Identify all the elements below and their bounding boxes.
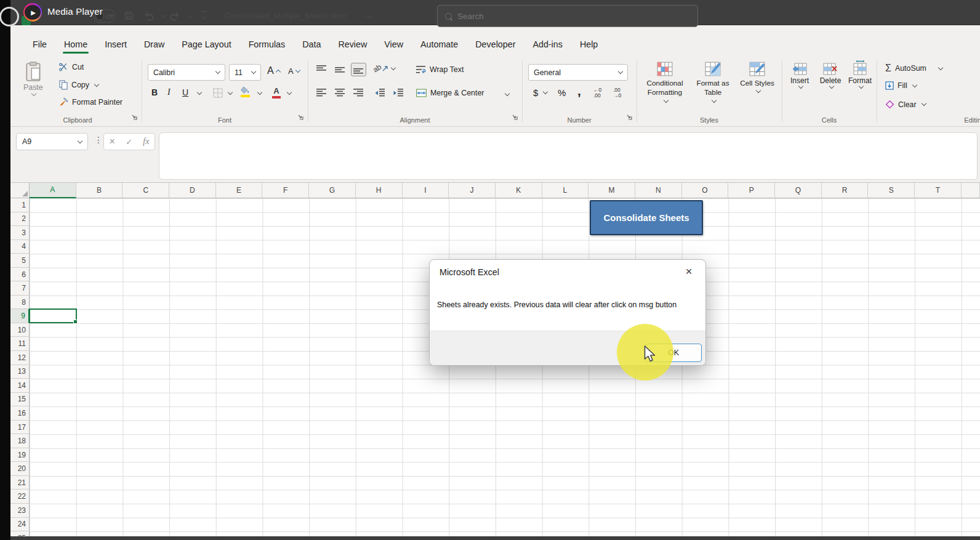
font-color-button[interactable]: A (272, 86, 281, 99)
column-header-c[interactable]: C (122, 182, 169, 198)
row-header-20[interactable]: 20 (10, 462, 30, 476)
row-header-7[interactable]: 7 (10, 281, 30, 296)
paste-button[interactable]: Paste (23, 62, 43, 95)
font-color-dropdown-icon[interactable] (287, 90, 292, 95)
orientation-button[interactable]: ab (373, 64, 395, 73)
number-dialog-launcher-icon[interactable] (626, 111, 632, 123)
redo-icon[interactable] (170, 11, 180, 23)
column-header-t[interactable]: T (915, 182, 962, 198)
document-title[interactable]: Consolidated_Multiple_Sheets.xlsm (225, 12, 347, 20)
row-header-24[interactable]: 24 (10, 518, 30, 532)
column-header-o[interactable]: O (682, 182, 729, 198)
merge-center-dropdown-icon[interactable] (505, 91, 510, 96)
active-cell-a9[interactable] (29, 308, 77, 323)
column-header-n[interactable]: N (635, 182, 682, 198)
underline-button[interactable]: U (182, 87, 188, 97)
row-header-9[interactable]: 9 (10, 309, 30, 323)
tab-page-layout[interactable]: Page Layout (173, 34, 239, 55)
align-right-button[interactable] (353, 89, 364, 97)
conditional-formatting-button[interactable]: Conditional Formatting (641, 62, 688, 102)
tab-developer[interactable]: Developer (467, 34, 524, 55)
fill-button[interactable]: Fill (885, 81, 917, 90)
autosum-button[interactable]: Σ AutoSum (885, 63, 942, 74)
tab-home[interactable]: Home (55, 34, 96, 55)
row-header-6[interactable]: 6 (10, 268, 30, 282)
clipboard-dialog-launcher-icon[interactable] (131, 111, 137, 123)
tab-formulas[interactable]: Formulas (240, 34, 294, 55)
quick-access-more-icon[interactable] (201, 11, 206, 20)
underline-dropdown-icon[interactable] (197, 90, 202, 95)
column-header-p[interactable]: P (728, 182, 775, 198)
row-header-17[interactable]: 17 (10, 421, 30, 435)
align-center-button[interactable] (335, 89, 345, 97)
column-header-q[interactable]: Q (775, 182, 822, 198)
format-painter-button[interactable]: Format Painter (59, 97, 122, 107)
top-align-button[interactable] (316, 65, 327, 74)
row-header-3[interactable]: 3 (10, 226, 30, 240)
column-header-r[interactable]: R (822, 182, 869, 198)
increase-font-size-button[interactable]: A (267, 65, 280, 76)
column-header-s[interactable]: S (868, 182, 915, 198)
row-header-16[interactable]: 16 (10, 406, 30, 421)
column-header-partial[interactable] (962, 182, 980, 198)
name-box[interactable]: A9 (16, 133, 88, 150)
dialog-close-icon[interactable]: × (681, 264, 697, 280)
row-header-22[interactable]: 22 (10, 490, 30, 504)
alignment-dialog-launcher-icon[interactable] (512, 111, 518, 123)
font-dialog-launcher-icon[interactable] (297, 111, 303, 123)
cut-button[interactable]: Cut (59, 63, 84, 71)
borders-button[interactable] (213, 88, 232, 98)
worksheet-cells[interactable] (30, 198, 980, 540)
tab-review[interactable]: Review (329, 34, 376, 55)
search-input[interactable]: Search (437, 5, 698, 27)
format-as-table-button[interactable]: Format as Table (691, 62, 735, 102)
clear-button[interactable]: Clear (885, 100, 926, 109)
tab-insert[interactable]: Insert (96, 34, 135, 55)
decrease-decimal-button[interactable]: .00→0 (613, 87, 621, 99)
format-cells-button[interactable]: Format (846, 60, 874, 88)
increase-indent-button[interactable] (393, 89, 404, 97)
document-title-dropdown-icon[interactable] (367, 14, 372, 18)
select-all-corner[interactable] (10, 182, 30, 198)
column-header-g[interactable]: G (309, 182, 356, 198)
wrap-text-button[interactable]: Wrap Text (416, 65, 464, 74)
undo-dropdown-icon[interactable] (161, 13, 166, 18)
column-header-d[interactable]: D (169, 182, 216, 198)
middle-align-button[interactable] (335, 65, 345, 74)
font-family-select[interactable]: Calibri (148, 64, 225, 81)
column-header-h[interactable]: H (356, 182, 403, 198)
align-left-button[interactable] (316, 89, 327, 97)
media-player-bottom-bar[interactable] (10, 536, 980, 540)
column-header-a[interactable]: A (30, 182, 76, 198)
column-header-f[interactable]: F (262, 182, 309, 198)
font-size-select[interactable]: 11 (229, 64, 261, 81)
row-header-11[interactable]: 11 (10, 337, 30, 351)
delete-cells-button[interactable]: Delete (816, 63, 845, 88)
number-format-select[interactable]: General (528, 64, 628, 81)
tab-add-ins[interactable]: Add-ins (524, 34, 571, 55)
row-header-2[interactable]: 2 (10, 212, 30, 227)
column-header-j[interactable]: J (449, 182, 496, 198)
column-header-m[interactable]: M (588, 182, 635, 198)
formula-bar-divider-dots-icon[interactable]: ⋮ (94, 135, 103, 145)
comma-style-button[interactable]: , (577, 84, 581, 99)
undo-icon[interactable] (143, 11, 154, 23)
column-header-l[interactable]: L (542, 182, 589, 198)
insert-function-icon[interactable]: fx (143, 137, 149, 147)
tab-view[interactable]: View (376, 34, 412, 55)
row-header-8[interactable]: 8 (10, 296, 30, 310)
formula-input[interactable] (159, 132, 978, 180)
row-header-23[interactable]: 23 (10, 504, 30, 518)
row-header-5[interactable]: 5 (10, 254, 30, 268)
tab-draw[interactable]: Draw (135, 34, 173, 55)
tab-help[interactable]: Help (571, 34, 606, 55)
merge-center-button[interactable]: Merge & Center (416, 89, 484, 97)
insert-cells-button[interactable]: Insert (785, 63, 814, 88)
tab-data[interactable]: Data (294, 34, 329, 55)
row-header-1[interactable]: 1 (10, 198, 30, 212)
fill-color-button[interactable] (240, 86, 251, 97)
italic-button[interactable]: I (167, 87, 171, 97)
bold-button[interactable]: B (151, 87, 158, 97)
increase-decimal-button[interactable]: ←0.00 (593, 87, 601, 99)
column-header-i[interactable]: I (403, 182, 449, 198)
